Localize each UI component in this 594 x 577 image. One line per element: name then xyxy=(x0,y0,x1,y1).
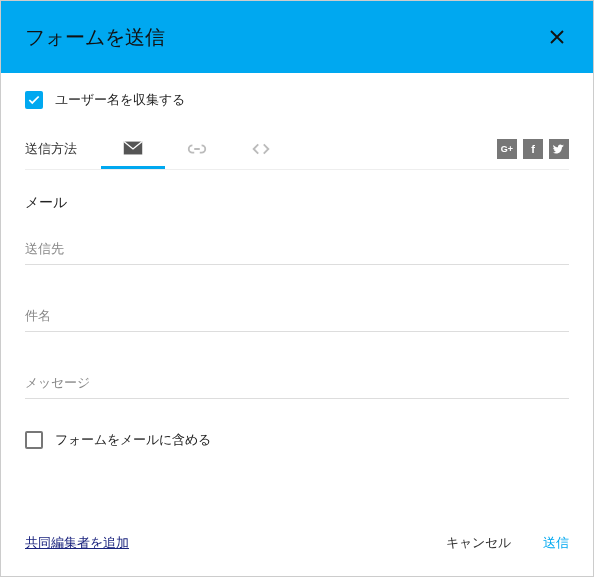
send-method-tabs: 送信方法 G+ f xyxy=(25,129,569,170)
mail-icon xyxy=(122,137,144,159)
tab-email[interactable] xyxy=(101,129,165,169)
collect-username-checkbox[interactable] xyxy=(25,91,43,109)
send-button[interactable]: 送信 xyxy=(543,534,569,552)
to-label: 送信先 xyxy=(25,240,569,265)
include-form-checkbox[interactable] xyxy=(25,431,43,449)
to-field[interactable]: 送信先 xyxy=(25,240,569,265)
twitter-icon xyxy=(553,143,565,155)
message-label: メッセージ xyxy=(25,374,569,399)
tab-embed[interactable] xyxy=(229,129,293,169)
close-icon xyxy=(548,28,566,46)
include-form-label: フォームをメールに含める xyxy=(55,431,211,449)
close-button[interactable] xyxy=(545,25,569,49)
code-icon xyxy=(250,138,272,160)
include-form-row: フォームをメールに含める xyxy=(25,431,569,449)
share-twitter-button[interactable] xyxy=(549,139,569,159)
check-icon xyxy=(27,93,41,107)
share-googleplus-button[interactable]: G+ xyxy=(497,139,517,159)
message-field[interactable]: メッセージ xyxy=(25,374,569,399)
subject-field[interactable]: 件名 xyxy=(25,307,569,332)
dialog-header: フォームを送信 xyxy=(1,1,593,73)
email-section-title: メール xyxy=(25,194,569,212)
add-collaborator-link[interactable]: 共同編集者を追加 xyxy=(25,534,129,552)
dialog-title: フォームを送信 xyxy=(25,24,165,51)
dialog-footer: 共同編集者を追加 キャンセル 送信 xyxy=(1,510,593,576)
tab-link[interactable] xyxy=(165,129,229,169)
social-share: G+ f xyxy=(497,139,569,159)
cancel-button[interactable]: キャンセル xyxy=(446,534,511,552)
subject-label: 件名 xyxy=(25,307,569,332)
send-method-label: 送信方法 xyxy=(25,140,77,158)
link-icon xyxy=(186,138,208,160)
collect-username-label: ユーザー名を収集する xyxy=(55,91,185,109)
collect-username-row: ユーザー名を収集する xyxy=(25,91,569,109)
share-facebook-button[interactable]: f xyxy=(523,139,543,159)
